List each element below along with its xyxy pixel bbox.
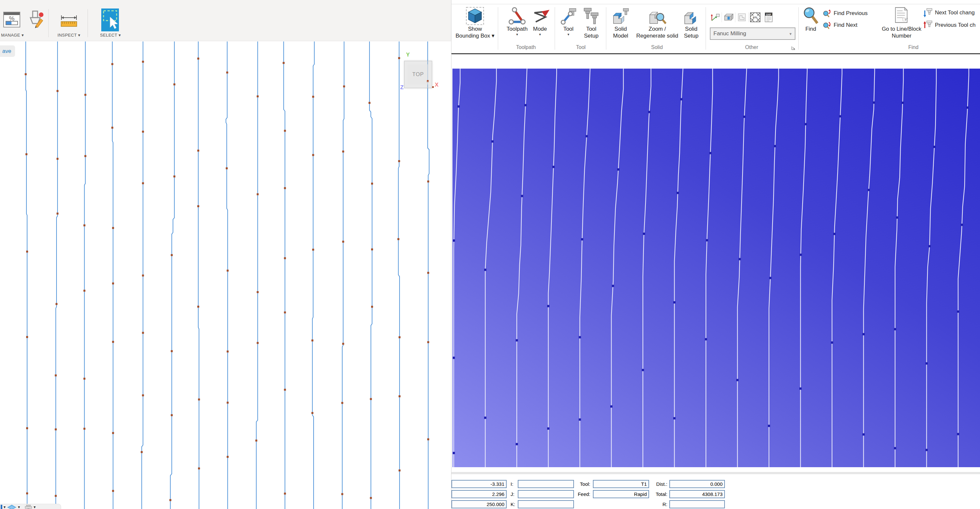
- manage-menu[interactable]: MANAGE ▾: [0, 33, 29, 39]
- machine-type-select[interactable]: Fanuc Milling ▾: [710, 27, 795, 40]
- i-field[interactable]: [518, 480, 574, 488]
- status-row: -3.331 I: Tool: T1 Dist.: 0.000: [452, 480, 980, 488]
- cimco-backplot-window: Show Bounding Box ▾ Toolpath ▾: [451, 0, 980, 509]
- svg-text:STL: STL: [752, 16, 757, 19]
- inspect-menu[interactable]: INSPECT ▾: [52, 33, 85, 39]
- total-field[interactable]: 4308.173: [669, 490, 725, 498]
- mode-icon: [530, 8, 550, 24]
- axis-x-label: X: [435, 82, 438, 88]
- fusion-viewport[interactable]: ave Y TOP Z X ▾ ▾: [0, 41, 451, 509]
- previous-tool-change-button[interactable]: Previous Tool ch: [923, 20, 980, 30]
- stl-icon: STL: [750, 13, 760, 22]
- tool-field[interactable]: T1: [593, 480, 649, 488]
- solid-setup-button[interactable]: Solid Setup: [681, 6, 702, 39]
- previous-tool-change-icon: [923, 20, 932, 30]
- contour-button[interactable]: [737, 12, 747, 23]
- other-group-label: Other: [745, 45, 758, 50]
- edit-tool-button[interactable]: [28, 10, 44, 29]
- k-label: K:: [511, 501, 515, 508]
- svg-text:DXF: DXF: [766, 13, 771, 16]
- contour-icon: [738, 13, 746, 22]
- find-button[interactable]: Find: [801, 6, 820, 32]
- machining-time-icon: %: [3, 12, 20, 27]
- ribbon-top-divider: [452, 4, 980, 4]
- other-group-dialog-launcher[interactable]: [791, 46, 796, 50]
- view-cube[interactable]: Y TOP Z X: [400, 52, 442, 96]
- chevron-down-icon[interactable]: ▾: [18, 505, 20, 509]
- find-previous-button[interactable]: Find Previous: [823, 8, 868, 18]
- y-value-field[interactable]: 2.296: [452, 490, 507, 498]
- find-group-label: Find: [908, 45, 918, 50]
- chevron-down-icon: ▾: [539, 32, 541, 36]
- tool-button[interactable]: Tool ▾: [558, 6, 578, 36]
- other-tools-row: STL DXF: [710, 12, 774, 23]
- toolpath-group-label: Toolpath: [516, 45, 536, 50]
- viewport-bottom-strip: [452, 472, 980, 474]
- axis-z-label: Z: [400, 84, 403, 91]
- solid-block-button[interactable]: [723, 12, 734, 23]
- next-tool-change-icon: [923, 8, 932, 17]
- mode-button[interactable]: Mode ▾: [529, 6, 551, 36]
- k-field[interactable]: [518, 500, 574, 508]
- save-chip[interactable]: ave: [0, 45, 15, 57]
- axis-dot: [427, 80, 429, 82]
- toolpath-button[interactable]: Toolpath ▾: [504, 6, 530, 36]
- z-value-field[interactable]: 250.000: [452, 500, 507, 508]
- toolpath-icon: [508, 7, 526, 25]
- display-settings-icon[interactable]: [24, 505, 32, 509]
- orbit-view-icon[interactable]: [7, 505, 17, 509]
- chevron-down-icon[interactable]: ▾: [33, 505, 36, 509]
- tool-group-label: Tool: [576, 45, 585, 50]
- solid-model-button[interactable]: Solid Model: [609, 6, 632, 39]
- next-tool-change-button[interactable]: Next Tool chang: [923, 8, 980, 17]
- find-next-button[interactable]: Find Next: [823, 20, 858, 30]
- select-button[interactable]: [101, 8, 119, 31]
- find-next-icon: [823, 21, 831, 29]
- bounding-box-cube-icon: [466, 7, 484, 25]
- status-row: 2.296 J: Feed: Rapid Total: 4308.173: [452, 490, 980, 499]
- view-cube-top-label: TOP: [408, 64, 429, 84]
- fusion-cam-window: %: [0, 0, 451, 509]
- machine-block-icon: [724, 13, 733, 22]
- r-field[interactable]: [669, 500, 725, 508]
- toolbar-separator: [48, 9, 49, 37]
- dist-field[interactable]: 0.000: [669, 480, 725, 488]
- ribbon-separator: [706, 7, 706, 50]
- find-previous-icon: [823, 9, 831, 17]
- backplot-viewport[interactable]: [452, 68, 980, 467]
- svg-text:☞: ☞: [902, 15, 908, 24]
- tool-setup-icon: [582, 7, 600, 25]
- x-value-field[interactable]: -3.331: [452, 480, 507, 488]
- toolpath-lines-canvas: [0, 41, 451, 509]
- show-bounding-box-button[interactable]: Show Bounding Box ▾: [453, 6, 497, 39]
- goto-line-block-button[interactable]: ☞ Go to Line/Block Number: [877, 6, 926, 39]
- screen: %: [0, 0, 980, 509]
- fusion-toolbar: %: [0, 0, 451, 41]
- machining-time-button[interactable]: %: [3, 12, 20, 27]
- axis-dot: [432, 86, 434, 88]
- select-menu[interactable]: SELECT ▾: [94, 33, 127, 39]
- coordinate-system-button[interactable]: [710, 12, 720, 23]
- measure-button[interactable]: [60, 14, 78, 29]
- dist-label: Dist.:: [648, 480, 667, 487]
- zoom-regenerate-solid-button[interactable]: Zoom / Regenerate solid: [635, 6, 680, 39]
- export-dxf-button[interactable]: DXF: [764, 12, 774, 23]
- view-cube-face[interactable]: TOP: [404, 61, 432, 88]
- backplot-lines-canvas: [452, 68, 980, 467]
- solid-setup-icon: [682, 7, 700, 25]
- j-field[interactable]: [518, 490, 574, 498]
- ribbon-separator: [555, 7, 555, 50]
- chevron-down-icon: ▾: [568, 32, 570, 36]
- nav-tool-icon[interactable]: [1, 505, 2, 509]
- chevron-down-icon[interactable]: ▾: [3, 505, 6, 509]
- axes-icon: [711, 13, 720, 22]
- export-stl-button[interactable]: STL: [750, 12, 760, 23]
- select-window-icon: [101, 8, 119, 31]
- dialog-launcher-icon: [791, 46, 796, 50]
- tool-setup-button[interactable]: Tool Setup: [581, 6, 602, 39]
- search-icon: [802, 7, 819, 25]
- feed-field[interactable]: Rapid: [593, 490, 649, 498]
- dxf-icon: DXF: [764, 12, 773, 22]
- ruler-icon: [60, 14, 78, 29]
- j-label: J:: [511, 491, 514, 498]
